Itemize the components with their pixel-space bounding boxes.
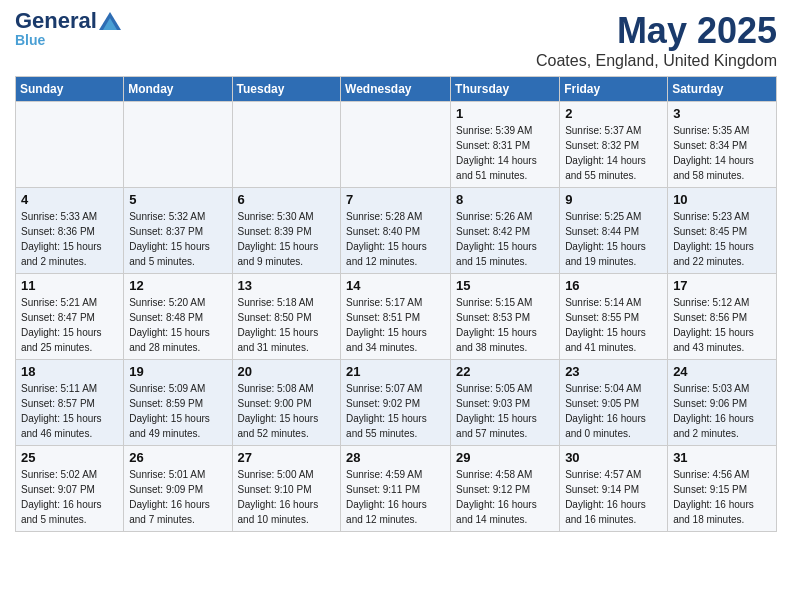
day-info: Sunrise: 4:58 AM Sunset: 9:12 PM Dayligh…	[456, 467, 554, 527]
day-info: Sunrise: 5:02 AM Sunset: 9:07 PM Dayligh…	[21, 467, 118, 527]
day-info: Sunrise: 5:21 AM Sunset: 8:47 PM Dayligh…	[21, 295, 118, 355]
calendar-cell: 8Sunrise: 5:26 AM Sunset: 8:42 PM Daylig…	[451, 188, 560, 274]
day-number: 4	[21, 192, 118, 207]
day-number: 12	[129, 278, 226, 293]
day-number: 18	[21, 364, 118, 379]
day-info: Sunrise: 5:11 AM Sunset: 8:57 PM Dayligh…	[21, 381, 118, 441]
day-number: 5	[129, 192, 226, 207]
calendar-cell: 27Sunrise: 5:00 AM Sunset: 9:10 PM Dayli…	[232, 446, 341, 532]
day-info: Sunrise: 5:26 AM Sunset: 8:42 PM Dayligh…	[456, 209, 554, 269]
dow-thursday: Thursday	[451, 77, 560, 102]
calendar-cell: 4Sunrise: 5:33 AM Sunset: 8:36 PM Daylig…	[16, 188, 124, 274]
day-info: Sunrise: 5:39 AM Sunset: 8:31 PM Dayligh…	[456, 123, 554, 183]
calendar-cell: 31Sunrise: 4:56 AM Sunset: 9:15 PM Dayli…	[668, 446, 777, 532]
day-info: Sunrise: 5:07 AM Sunset: 9:02 PM Dayligh…	[346, 381, 445, 441]
day-number: 2	[565, 106, 662, 121]
calendar-cell: 18Sunrise: 5:11 AM Sunset: 8:57 PM Dayli…	[16, 360, 124, 446]
day-info: Sunrise: 5:09 AM Sunset: 8:59 PM Dayligh…	[129, 381, 226, 441]
day-info: Sunrise: 4:56 AM Sunset: 9:15 PM Dayligh…	[673, 467, 771, 527]
day-number: 20	[238, 364, 336, 379]
day-info: Sunrise: 4:57 AM Sunset: 9:14 PM Dayligh…	[565, 467, 662, 527]
logo: General Blue	[15, 10, 121, 48]
day-number: 25	[21, 450, 118, 465]
week-row-4: 18Sunrise: 5:11 AM Sunset: 8:57 PM Dayli…	[16, 360, 777, 446]
calendar-cell: 21Sunrise: 5:07 AM Sunset: 9:02 PM Dayli…	[341, 360, 451, 446]
calendar-cell: 2Sunrise: 5:37 AM Sunset: 8:32 PM Daylig…	[560, 102, 668, 188]
day-info: Sunrise: 5:14 AM Sunset: 8:55 PM Dayligh…	[565, 295, 662, 355]
calendar-cell: 19Sunrise: 5:09 AM Sunset: 8:59 PM Dayli…	[124, 360, 232, 446]
day-number: 1	[456, 106, 554, 121]
calendar-cell: 11Sunrise: 5:21 AM Sunset: 8:47 PM Dayli…	[16, 274, 124, 360]
day-number: 27	[238, 450, 336, 465]
title-block: May 2025 Coates, England, United Kingdom	[536, 10, 777, 70]
calendar-cell: 23Sunrise: 5:04 AM Sunset: 9:05 PM Dayli…	[560, 360, 668, 446]
logo-icon	[99, 12, 121, 30]
dow-monday: Monday	[124, 77, 232, 102]
day-number: 3	[673, 106, 771, 121]
day-info: Sunrise: 5:30 AM Sunset: 8:39 PM Dayligh…	[238, 209, 336, 269]
calendar-cell: 1Sunrise: 5:39 AM Sunset: 8:31 PM Daylig…	[451, 102, 560, 188]
day-number: 13	[238, 278, 336, 293]
day-number: 16	[565, 278, 662, 293]
day-info: Sunrise: 5:05 AM Sunset: 9:03 PM Dayligh…	[456, 381, 554, 441]
day-info: Sunrise: 5:23 AM Sunset: 8:45 PM Dayligh…	[673, 209, 771, 269]
day-info: Sunrise: 5:12 AM Sunset: 8:56 PM Dayligh…	[673, 295, 771, 355]
calendar-cell: 17Sunrise: 5:12 AM Sunset: 8:56 PM Dayli…	[668, 274, 777, 360]
day-number: 30	[565, 450, 662, 465]
dow-wednesday: Wednesday	[341, 77, 451, 102]
calendar-cell: 20Sunrise: 5:08 AM Sunset: 9:00 PM Dayli…	[232, 360, 341, 446]
dow-friday: Friday	[560, 77, 668, 102]
calendar-cell: 30Sunrise: 4:57 AM Sunset: 9:14 PM Dayli…	[560, 446, 668, 532]
day-number: 15	[456, 278, 554, 293]
calendar-cell: 10Sunrise: 5:23 AM Sunset: 8:45 PM Dayli…	[668, 188, 777, 274]
day-info: Sunrise: 5:01 AM Sunset: 9:09 PM Dayligh…	[129, 467, 226, 527]
day-number: 10	[673, 192, 771, 207]
day-number: 21	[346, 364, 445, 379]
calendar-cell	[341, 102, 451, 188]
day-info: Sunrise: 5:00 AM Sunset: 9:10 PM Dayligh…	[238, 467, 336, 527]
day-info: Sunrise: 5:03 AM Sunset: 9:06 PM Dayligh…	[673, 381, 771, 441]
calendar-cell: 13Sunrise: 5:18 AM Sunset: 8:50 PM Dayli…	[232, 274, 341, 360]
calendar-cell: 15Sunrise: 5:15 AM Sunset: 8:53 PM Dayli…	[451, 274, 560, 360]
calendar-cell	[124, 102, 232, 188]
day-number: 28	[346, 450, 445, 465]
day-info: Sunrise: 5:17 AM Sunset: 8:51 PM Dayligh…	[346, 295, 445, 355]
day-info: Sunrise: 5:15 AM Sunset: 8:53 PM Dayligh…	[456, 295, 554, 355]
day-info: Sunrise: 4:59 AM Sunset: 9:11 PM Dayligh…	[346, 467, 445, 527]
week-row-3: 11Sunrise: 5:21 AM Sunset: 8:47 PM Dayli…	[16, 274, 777, 360]
day-number: 7	[346, 192, 445, 207]
calendar-cell: 26Sunrise: 5:01 AM Sunset: 9:09 PM Dayli…	[124, 446, 232, 532]
day-number: 11	[21, 278, 118, 293]
calendar-cell	[16, 102, 124, 188]
day-info: Sunrise: 5:25 AM Sunset: 8:44 PM Dayligh…	[565, 209, 662, 269]
calendar-cell: 14Sunrise: 5:17 AM Sunset: 8:51 PM Dayli…	[341, 274, 451, 360]
calendar-cell: 12Sunrise: 5:20 AM Sunset: 8:48 PM Dayli…	[124, 274, 232, 360]
calendar-cell: 28Sunrise: 4:59 AM Sunset: 9:11 PM Dayli…	[341, 446, 451, 532]
day-info: Sunrise: 5:08 AM Sunset: 9:00 PM Dayligh…	[238, 381, 336, 441]
logo-general: General	[15, 10, 97, 32]
calendar-cell: 7Sunrise: 5:28 AM Sunset: 8:40 PM Daylig…	[341, 188, 451, 274]
day-info: Sunrise: 5:04 AM Sunset: 9:05 PM Dayligh…	[565, 381, 662, 441]
day-number: 9	[565, 192, 662, 207]
day-number: 14	[346, 278, 445, 293]
dow-tuesday: Tuesday	[232, 77, 341, 102]
day-number: 23	[565, 364, 662, 379]
day-number: 19	[129, 364, 226, 379]
day-number: 22	[456, 364, 554, 379]
day-number: 31	[673, 450, 771, 465]
calendar-cell: 22Sunrise: 5:05 AM Sunset: 9:03 PM Dayli…	[451, 360, 560, 446]
day-info: Sunrise: 5:35 AM Sunset: 8:34 PM Dayligh…	[673, 123, 771, 183]
day-info: Sunrise: 5:32 AM Sunset: 8:37 PM Dayligh…	[129, 209, 226, 269]
week-row-5: 25Sunrise: 5:02 AM Sunset: 9:07 PM Dayli…	[16, 446, 777, 532]
day-number: 17	[673, 278, 771, 293]
calendar-cell: 24Sunrise: 5:03 AM Sunset: 9:06 PM Dayli…	[668, 360, 777, 446]
calendar-cell: 5Sunrise: 5:32 AM Sunset: 8:37 PM Daylig…	[124, 188, 232, 274]
day-info: Sunrise: 5:37 AM Sunset: 8:32 PM Dayligh…	[565, 123, 662, 183]
calendar-cell: 29Sunrise: 4:58 AM Sunset: 9:12 PM Dayli…	[451, 446, 560, 532]
day-info: Sunrise: 5:20 AM Sunset: 8:48 PM Dayligh…	[129, 295, 226, 355]
day-number: 24	[673, 364, 771, 379]
calendar-cell: 25Sunrise: 5:02 AM Sunset: 9:07 PM Dayli…	[16, 446, 124, 532]
calendar-cell: 6Sunrise: 5:30 AM Sunset: 8:39 PM Daylig…	[232, 188, 341, 274]
week-row-1: 1Sunrise: 5:39 AM Sunset: 8:31 PM Daylig…	[16, 102, 777, 188]
day-info: Sunrise: 5:28 AM Sunset: 8:40 PM Dayligh…	[346, 209, 445, 269]
